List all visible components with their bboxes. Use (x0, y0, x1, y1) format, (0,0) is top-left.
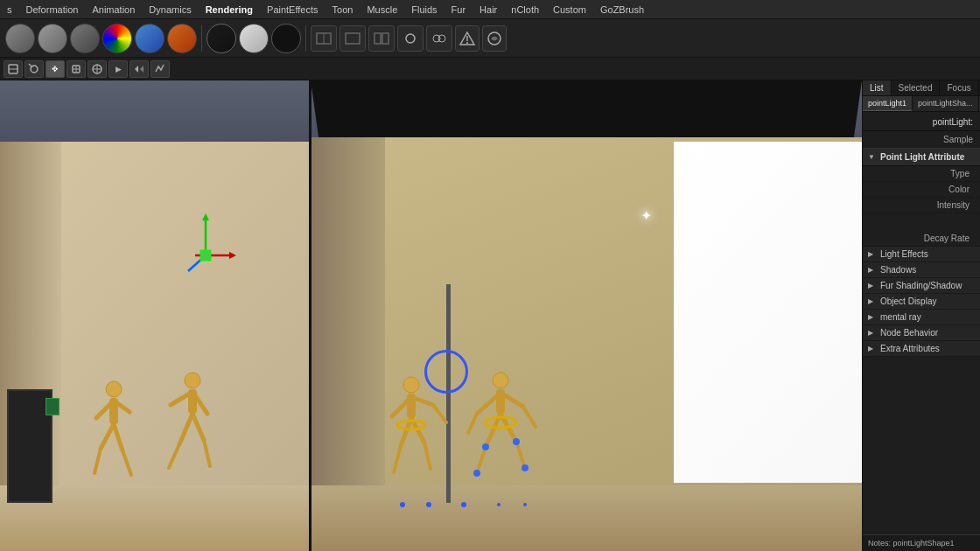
menu-rendering[interactable]: Rendering (199, 3, 260, 17)
collapse-shadows[interactable]: ▶ Shadows (863, 262, 980, 278)
node-tab-2[interactable]: pointLightSha... (913, 96, 979, 111)
tool-sphere-2[interactable] (38, 24, 67, 53)
toolbar (0, 19, 980, 58)
svg-line-42 (169, 444, 179, 468)
tool-sphere-3[interactable] (70, 24, 100, 53)
label-object-display: Object Display (880, 296, 936, 306)
menu-s[interactable]: s (0, 3, 19, 17)
tool-special-2[interactable] (482, 25, 507, 52)
svg-line-52 (424, 443, 430, 469)
attr-color-label: Color (877, 185, 973, 194)
svg-line-40 (179, 414, 192, 444)
tool-sq-5[interactable] (426, 25, 452, 52)
tool-sphere-blue[interactable] (135, 24, 164, 53)
collapse-extra-attributes[interactable]: ▶ Extra Attributes (863, 341, 980, 357)
attr-scroll[interactable]: ▼ Point Light Attribute Type Color Inten… (863, 148, 980, 534)
menu-ncloth[interactable]: nCloth (504, 3, 546, 17)
panel-tabs: List Selected Focus Attrib (863, 80, 980, 96)
tool2-btn-6[interactable]: ▶ (108, 60, 128, 78)
svg-point-7 (438, 35, 445, 42)
svg-rect-4 (382, 33, 388, 44)
collapse-light-effects[interactable]: ▶ Light Effects (863, 247, 980, 262)
svg-marker-25 (229, 252, 236, 259)
main-content: ✦ (0, 80, 980, 551)
sky-left (0, 80, 311, 146)
svg-point-69 (400, 502, 405, 507)
svg-point-53 (397, 421, 425, 429)
menu-gozbrush[interactable]: GoZBrush (593, 3, 651, 17)
sep-2 (305, 25, 306, 52)
menu-bar: s Deformation Animation Dynamics Renderi… (0, 0, 980, 19)
menu-fluids[interactable]: Fluids (404, 3, 444, 17)
svg-line-58 (523, 407, 536, 427)
node-tab-1[interactable]: pointLight1 (863, 96, 913, 111)
section-header-point-light[interactable]: ▼ Point Light Attribute (863, 148, 980, 166)
label-mental-ray: mental ray (880, 312, 921, 322)
menu-painteffects[interactable]: PaintEffects (260, 3, 326, 17)
tool2-btn-8[interactable] (150, 60, 170, 78)
svg-line-51 (394, 446, 401, 472)
light-sparkle: ✦ (640, 207, 652, 224)
collapse-node-behavior[interactable]: ▶ Node Behavior (863, 325, 980, 341)
collapse-object-display[interactable]: ▶ Object Display (863, 294, 980, 310)
mannequin-2 (153, 370, 232, 503)
tool2-btn-7[interactable] (130, 60, 149, 78)
tool-sq-4[interactable] (397, 25, 424, 52)
svg-point-67 (522, 464, 528, 471)
menu-hair[interactable]: Hair (472, 3, 504, 17)
tab-selected[interactable]: Selected (892, 80, 941, 95)
viewport-divider (309, 80, 312, 551)
svg-rect-27 (200, 250, 211, 261)
svg-line-43 (204, 440, 210, 466)
menu-toon[interactable]: Toon (326, 3, 360, 17)
collapse-mental-ray[interactable]: ▶ mental ray (863, 310, 980, 325)
arrow-extra-attributes: ▶ (868, 345, 877, 352)
tab-focus[interactable]: Focus (940, 80, 978, 95)
collapse-fur-shading[interactable]: ▶ Fur Shading/Shadow (863, 278, 980, 294)
viewport-left[interactable] (0, 80, 311, 551)
svg-point-71 (461, 502, 466, 507)
mannequin-4 (464, 370, 551, 507)
label-node-behavior: Node Behavior (880, 328, 938, 338)
tool-sq-2[interactable] (340, 25, 366, 52)
tool-sphere-dark[interactable] (206, 24, 236, 53)
menu-muscle[interactable]: Muscle (360, 3, 404, 17)
menu-deformation[interactable]: Deformation (19, 3, 86, 17)
node-title: pointLight: (863, 112, 980, 131)
attr-decay-row: Decay Rate (863, 231, 980, 247)
menu-dynamics[interactable]: Dynamics (142, 3, 198, 17)
tool-special-1[interactable] (455, 25, 480, 52)
menu-animation[interactable]: Animation (85, 3, 142, 17)
tool-sphere-orange[interactable] (167, 24, 197, 53)
svg-point-65 (513, 438, 520, 445)
attr-spacer (863, 213, 980, 231)
tool-sphere-multi[interactable] (102, 24, 132, 53)
svg-line-32 (101, 424, 114, 449)
tool-sphere-1[interactable] (5, 24, 35, 53)
label-light-effects: Light Effects (880, 249, 928, 259)
tool-sq-1[interactable] (311, 25, 337, 52)
menu-custom[interactable]: Custom (546, 3, 593, 17)
viewport-right[interactable]: ✦ (311, 80, 862, 551)
tool2-btn-5[interactable] (88, 60, 107, 78)
svg-line-62 (477, 447, 486, 473)
tool2-btn-2[interactable] (24, 60, 44, 78)
viewport[interactable]: ✦ (0, 80, 862, 551)
light-wall-right (674, 142, 862, 483)
tool-sphere-black[interactable] (271, 24, 301, 53)
arrow-object-display: ▶ (868, 297, 877, 305)
floor-dots (385, 500, 560, 509)
scene-left (0, 80, 311, 551)
tool-sphere-light[interactable] (239, 24, 269, 53)
attr-type-row: Type (863, 166, 980, 182)
svg-line-63 (516, 442, 525, 468)
tool2-btn-3[interactable]: ✥ (46, 60, 65, 78)
tool-sq-3[interactable] (368, 25, 395, 52)
tab-list[interactable]: List (863, 80, 892, 95)
label-fur-shading: Fur Shading/Shadow (880, 281, 962, 290)
menu-fur[interactable]: Fur (444, 3, 473, 17)
label-extra-attributes: Extra Attributes (880, 344, 940, 353)
mannequin-3 (385, 374, 459, 503)
tool2-btn-4[interactable] (66, 60, 86, 78)
tool2-btn-1[interactable] (4, 60, 23, 78)
